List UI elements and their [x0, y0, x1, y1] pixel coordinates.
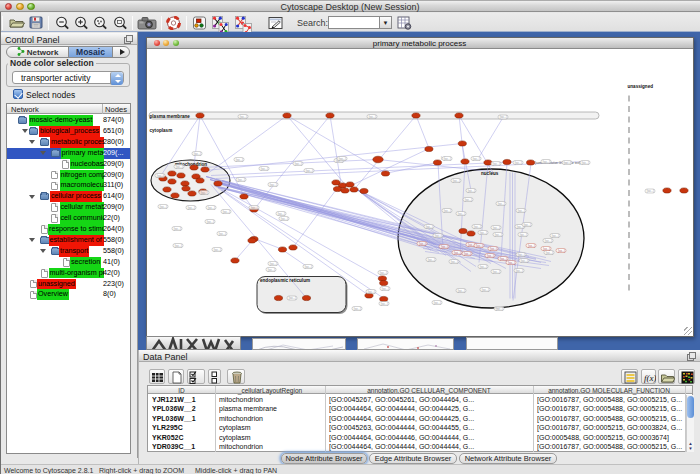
svg-text:[so...]: [so...] [515, 268, 522, 272]
svg-text:[so...]: [so...] [441, 244, 448, 248]
svg-text:[so...]: [so...] [250, 205, 257, 209]
svg-text:[so...]: [so...] [368, 114, 375, 118]
svg-text:[so...]: [so...] [193, 151, 200, 155]
svg-text:[so...]: [so...] [443, 208, 450, 212]
svg-text:[so...]: [so...] [519, 232, 526, 236]
svg-text:[so...]: [so...] [433, 300, 440, 304]
svg-text:[so...]: [so...] [267, 267, 274, 271]
svg-text:[so...]: [so...] [517, 252, 524, 256]
svg-text:[so...]: [so...] [452, 178, 459, 182]
svg-text:[so...]: [so...] [200, 190, 207, 194]
svg-text:[so...]: [so...] [235, 157, 242, 161]
svg-text:[so...]: [so...] [379, 270, 386, 274]
svg-text:[so...]: [so...] [443, 156, 450, 160]
svg-text:[so...]: [so...] [479, 230, 486, 234]
svg-text:[so...]: [so...] [380, 301, 387, 305]
svg-text:[so...]: [so...] [367, 289, 374, 293]
svg-text:[so...]: [so...] [260, 166, 267, 170]
svg-text:[so...]: [so...] [494, 232, 501, 236]
svg-text:[so...]: [so...] [206, 219, 213, 223]
svg-text:[so...]: [so...] [558, 248, 565, 252]
svg-text:[so...]: [so...] [457, 288, 464, 292]
svg-text:cytoplasm: cytoplasm [149, 128, 172, 133]
svg-text:[so...]: [so...] [419, 241, 426, 245]
svg-text:[so...]: [so...] [427, 257, 434, 261]
svg-text:[so...]: [so...] [467, 188, 474, 192]
svg-text:[so...]: [so...] [495, 306, 502, 310]
svg-text:[so...]: [so...] [508, 260, 515, 264]
svg-text:[so...]: [so...] [492, 269, 499, 273]
svg-text:[so...]: [so...] [517, 208, 524, 212]
svg-text:[so...]: [so...] [237, 177, 244, 181]
svg-text:[so...]: [so...] [514, 160, 521, 164]
svg-text:plasma membrane: plasma membrane [149, 113, 190, 118]
svg-text:[so...]: [so...] [581, 160, 588, 164]
svg-text:[so...]: [so...] [499, 115, 506, 119]
svg-text:[so...]: [so...] [175, 164, 182, 168]
svg-text:[so...]: [so...] [173, 226, 180, 230]
svg-text:[so...]: [so...] [304, 264, 311, 268]
svg-text:[so...]: [so...] [520, 258, 527, 262]
svg-text:[so...]: [so...] [454, 250, 461, 254]
svg-text:[so...]: [so...] [457, 211, 464, 215]
svg-text:[so...]: [so...] [492, 161, 499, 165]
svg-text:[so...]: [so...] [464, 197, 471, 201]
svg-text:[so...]: [so...] [476, 243, 483, 247]
svg-text:[so...]: [so...] [288, 296, 295, 300]
svg-text:[so...]: [so...] [497, 201, 504, 205]
svg-text:[so...]: [so...] [239, 114, 246, 118]
svg-text:[so...]: [so...] [277, 211, 284, 215]
svg-text:[so...]: [so...] [187, 205, 194, 209]
svg-text:f(x): f(x) [644, 373, 656, 383]
svg-text:[so...]: [so...] [434, 233, 441, 237]
svg-text:[so...]: [so...] [207, 205, 214, 209]
svg-text:[so...]: [so...] [425, 224, 432, 228]
svg-text:[so...]: [so...] [487, 253, 494, 257]
svg-text:endoplasmic reticulum: endoplasmic reticulum [260, 277, 310, 282]
svg-text:[so...]: [so...] [479, 264, 486, 268]
svg-text:[so...]: [so...] [450, 259, 457, 263]
svg-text:[so...]: [so...] [563, 160, 570, 164]
svg-text:[so...]: [so...] [473, 224, 480, 228]
svg-text:[so...]: [so...] [551, 233, 558, 237]
svg-text:[so...]: [so...] [338, 156, 345, 160]
svg-text:unassigned: unassigned [627, 83, 653, 88]
svg-text:[so...]: [so...] [159, 204, 166, 208]
svg-text:[so...]: [so...] [156, 173, 163, 177]
svg-text:[so...]: [so...] [543, 246, 550, 250]
svg-text:[so...]: [so...] [472, 156, 479, 160]
svg-text:[so...]: [so...] [218, 231, 225, 235]
svg-text:[so...]: [so...] [269, 261, 276, 265]
svg-text:[so...]: [so...] [542, 159, 549, 163]
svg-text:[so...]: [so...] [528, 243, 535, 247]
svg-text:[so...]: [so...] [464, 251, 471, 255]
svg-text:[so...]: [so...] [294, 161, 301, 165]
svg-text:[so...]: [so...] [381, 286, 388, 290]
svg-text:[so...]: [so...] [500, 256, 507, 260]
svg-text:[so...]: [so...] [222, 209, 229, 213]
svg-text:[so...]: [so...] [280, 216, 287, 220]
svg-text:[so...]: [so...] [545, 250, 552, 254]
svg-text:[so...]: [so...] [646, 189, 653, 193]
svg-text:[so...]: [so...] [492, 225, 499, 229]
svg-text:[so...]: [so...] [481, 287, 488, 291]
svg-text:[so...]: [so...] [305, 168, 312, 172]
svg-text:[so...]: [so...] [523, 222, 530, 226]
svg-text:[so...]: [so...] [353, 306, 360, 310]
svg-text:[so...]: [so...] [213, 247, 220, 251]
svg-text:[so...]: [so...] [490, 246, 497, 250]
svg-text:[so...]: [so...] [174, 243, 181, 247]
svg-text:nucleus: nucleus [481, 170, 499, 175]
svg-text:[so...]: [so...] [269, 182, 276, 186]
svg-text:[so...]: [so...] [544, 238, 551, 242]
